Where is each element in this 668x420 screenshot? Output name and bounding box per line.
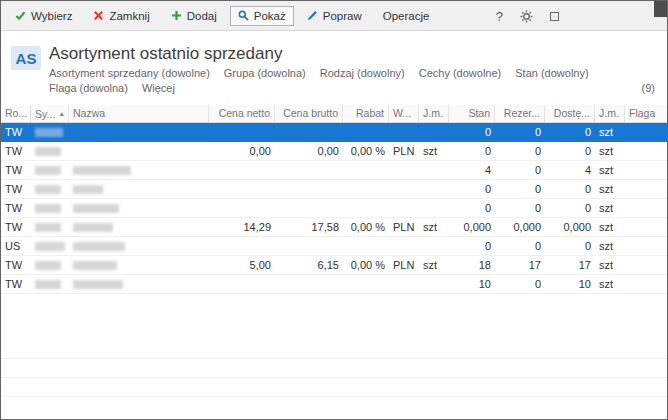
table-row[interactable]: TW5,006,150,00 %PLNszt181717szt	[1, 256, 667, 275]
filter-item[interactable]: Więcej	[142, 82, 175, 94]
column-header-w[interactable]: W...	[389, 105, 419, 122]
table-row[interactable]: TW14,2917,580,00 %PLNszt0,0000,0000,000s…	[1, 218, 667, 237]
toolbar-button-wybierz[interactable]: Wybierz	[7, 6, 80, 26]
table-row[interactable]: TW000szt	[1, 180, 667, 199]
redacted-data	[35, 128, 63, 137]
cell-sy	[31, 218, 69, 236]
column-header-label: Dostę...	[554, 107, 590, 119]
help-icon[interactable]: ?	[496, 9, 503, 24]
cell-rezer: 0	[495, 180, 545, 198]
cell-rabat	[343, 199, 389, 217]
cell-cena_netto	[209, 199, 275, 217]
table-row[interactable]: TW0,000,000,00 %PLNszt000szt	[1, 142, 667, 161]
cell-sy	[31, 199, 69, 217]
filter-bar-row2: Flaga (dowolna)Więcej (9)	[49, 79, 657, 94]
table-row[interactable]: TW000szt	[1, 123, 667, 142]
cell-rabat	[343, 180, 389, 198]
filter-item[interactable]: Grupa (dowolna)	[224, 67, 306, 79]
table-row[interactable]: TW10010szt	[1, 275, 667, 294]
column-header-label: Ro...	[5, 107, 27, 119]
toolbar-button-operacje[interactable]: Operacje	[375, 6, 438, 26]
toolbar-button-zamknij[interactable]: Zamknij	[85, 6, 157, 26]
app-badge: AS	[11, 46, 41, 70]
header-main: Asortyment ostatnio sprzedany Asortyment…	[49, 44, 657, 100]
filter-item[interactable]: Stan (dowolny)	[515, 67, 588, 79]
filter-item[interactable]: Rodzaj (dowolny)	[320, 67, 405, 79]
filter-item[interactable]: Asortyment sprzedany (dowolne)	[49, 67, 210, 79]
cell-nazwa	[69, 123, 209, 141]
cell-rabat: 0,00 %	[343, 142, 389, 160]
window-corner-button[interactable]	[654, 1, 667, 17]
page-header: AS Asortyment ostatnio sprzedany Asortym…	[1, 31, 667, 105]
cell-jm1	[419, 161, 449, 179]
column-header-label: Cena netto	[219, 107, 270, 119]
cell-rabat	[343, 161, 389, 179]
cell-nazwa	[69, 237, 209, 255]
column-header-label: Nazwa	[73, 107, 105, 119]
cell-flaga	[625, 142, 667, 160]
cell-ro: TW	[1, 142, 31, 160]
toolbar-button-pokaz[interactable]: Pokaż	[230, 6, 294, 26]
cell-rezer: 0	[495, 275, 545, 293]
cell-cena_netto: 14,29	[209, 218, 275, 236]
toolbar-button-dodaj[interactable]: Dodaj	[163, 6, 225, 26]
column-header-rezer[interactable]: Rezer...	[495, 105, 545, 122]
column-header-flaga[interactable]: Flaga	[625, 105, 667, 122]
toolbar-button-popraw[interactable]: Popraw	[299, 6, 370, 26]
column-header-jm2[interactable]: J.m.	[595, 105, 625, 122]
cell-w	[389, 180, 419, 198]
cell-cena_brutto: 6,15	[275, 256, 343, 274]
cell-stan: 0	[449, 142, 495, 160]
cell-w: PLN	[389, 142, 419, 160]
cell-sy	[31, 275, 69, 293]
table-row[interactable]: US000szt	[1, 237, 667, 256]
cell-jm2: szt	[595, 199, 625, 217]
cell-jm2: szt	[595, 180, 625, 198]
cell-nazwa	[69, 218, 209, 236]
column-header-cena_netto[interactable]: Cena netto	[209, 105, 275, 122]
cell-doste: 0	[545, 123, 595, 141]
column-header-cena_brutto[interactable]: Cena brutto	[275, 105, 343, 122]
empty-row-line	[1, 378, 667, 397]
cell-jm2: szt	[595, 275, 625, 293]
cell-stan: 0	[449, 180, 495, 198]
cell-rezer: 0	[495, 199, 545, 217]
cell-nazwa	[69, 256, 209, 274]
column-header-label: Cena brutto	[283, 107, 338, 119]
filter-item[interactable]: Cechy (dowolne)	[419, 67, 502, 79]
cell-flaga	[625, 237, 667, 255]
column-header-doste[interactable]: Dostę...	[545, 105, 595, 122]
cell-nazwa	[69, 275, 209, 293]
column-header-ro[interactable]: Ro...	[1, 105, 31, 122]
table-body: TW000sztTW0,000,000,00 %PLNszt000sztTW40…	[1, 123, 667, 294]
cell-rezer: 0	[495, 237, 545, 255]
table-row[interactable]: TW404szt	[1, 161, 667, 180]
column-header-label: Flaga	[629, 107, 655, 119]
column-header-jm1[interactable]: J.m.	[419, 105, 449, 122]
column-header-label: J.m.	[423, 107, 443, 119]
cell-jm2: szt	[595, 256, 625, 274]
cell-cena_netto	[209, 161, 275, 179]
cell-ro: US	[1, 237, 31, 255]
cell-cena_brutto	[275, 180, 343, 198]
toolbar-button-label: Operacje	[383, 10, 430, 22]
column-header-stan[interactable]: Stan	[449, 105, 495, 122]
settings-gear-icon[interactable]	[520, 10, 533, 23]
filter-item[interactable]: Flaga (dowolna)	[49, 82, 128, 94]
maximize-icon[interactable]	[550, 12, 559, 21]
cell-cena_brutto	[275, 199, 343, 217]
cell-cena_netto: 5,00	[209, 256, 275, 274]
column-header-label: W...	[393, 107, 411, 119]
column-header-sy[interactable]: Sy...▲	[31, 105, 69, 122]
cell-jm1: szt	[419, 218, 449, 236]
column-header-rabat[interactable]: Rabat	[343, 105, 389, 122]
cell-w: PLN	[389, 256, 419, 274]
record-count: (9)	[642, 82, 657, 94]
column-header-label: Sy...	[35, 108, 55, 120]
redacted-data	[73, 185, 103, 194]
table-row[interactable]: TW000szt	[1, 199, 667, 218]
cell-cena_brutto: 17,58	[275, 218, 343, 236]
column-header-nazwa[interactable]: Nazwa	[69, 105, 209, 122]
cell-rabat: 0,00 %	[343, 218, 389, 236]
redacted-data	[73, 166, 131, 175]
